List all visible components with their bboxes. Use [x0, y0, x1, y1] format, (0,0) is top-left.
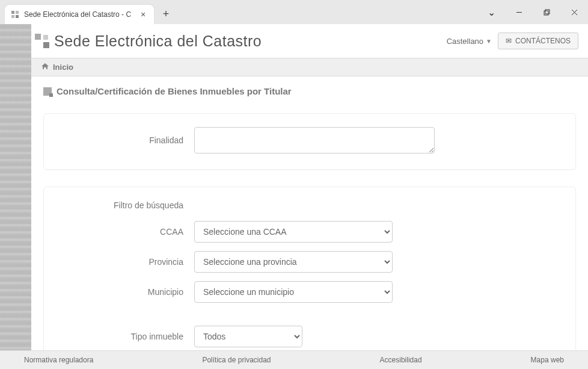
- page-title: Consulta/Certificación de Bienes Inmuebl…: [57, 86, 292, 96]
- window-controls: ⌄: [477, 0, 588, 24]
- provincia-label: Provincia: [56, 257, 194, 267]
- footer-link-privacidad[interactable]: Política de privacidad: [202, 356, 271, 364]
- browser-chrome: Sede Electrónica del Catastro - C × + ⌄: [0, 0, 588, 24]
- left-sidebar-image: [0, 24, 31, 350]
- new-tab-button[interactable]: +: [158, 5, 174, 22]
- finalidad-label: Finalidad: [56, 135, 194, 145]
- header-right: Castellano ▼ ✉ CONTÁCTENOS: [447, 33, 578, 49]
- ccaa-row: CCAA Seleccione una CCAA: [56, 221, 563, 243]
- favicon-icon: [11, 10, 19, 19]
- close-window-button[interactable]: [560, 0, 588, 24]
- svg-rect-0: [11, 11, 14, 14]
- breadcrumb-home[interactable]: Inicio: [53, 63, 73, 72]
- page: Sede Electrónica del Catastro Castellano…: [0, 24, 588, 350]
- site-header: Sede Electrónica del Catastro Castellano…: [31, 24, 588, 58]
- page-body: Consulta/Certificación de Bienes Inmuebl…: [31, 76, 588, 350]
- tipo-inmueble-label: Tipo inmueble: [56, 332, 194, 341]
- content: Sede Electrónica del Catastro Castellano…: [31, 24, 588, 350]
- provincia-select[interactable]: Seleccione una provincia: [194, 251, 393, 273]
- language-label: Castellano: [447, 37, 483, 46]
- maximize-button[interactable]: [533, 0, 560, 24]
- envelope-icon: ✉: [506, 37, 512, 45]
- tab-title: Sede Electrónica del Catastro - C: [24, 10, 133, 19]
- svg-rect-6: [545, 10, 550, 14]
- minimize-button[interactable]: [505, 0, 533, 24]
- browser-tab[interactable]: Sede Electrónica del Catastro - C ×: [5, 5, 154, 24]
- home-icon: [41, 62, 49, 72]
- finalidad-input[interactable]: [194, 127, 435, 153]
- caret-down-icon: ▼: [486, 38, 492, 45]
- filtro-section-label: Filtro de búsqueda: [56, 200, 194, 210]
- breadcrumb: Inicio: [31, 58, 588, 76]
- municipio-select[interactable]: Seleccione un municipio: [194, 281, 393, 303]
- tipo-inmueble-select[interactable]: Todos: [194, 326, 302, 347]
- svg-rect-5: [544, 11, 548, 15]
- logo-group: Sede Electrónica del Catastro: [35, 33, 262, 50]
- footer: Normativa reguladora Política de privaci…: [0, 350, 588, 369]
- svg-rect-3: [16, 15, 19, 18]
- page-heading: Consulta/Certificación de Bienes Inmuebl…: [43, 86, 576, 96]
- filtro-panel: Filtro de búsqueda CCAA Seleccione una C…: [43, 187, 576, 350]
- chevron-down-icon[interactable]: ⌄: [477, 0, 505, 24]
- footer-link-accesibilidad[interactable]: Accesibilidad: [380, 356, 422, 364]
- footer-link-mapa[interactable]: Mapa web: [531, 356, 564, 364]
- site-title: Sede Electrónica del Catastro: [54, 33, 262, 50]
- contact-label: CONTÁCTENOS: [515, 37, 571, 45]
- municipio-row: Municipio Seleccione un municipio: [56, 281, 563, 303]
- svg-rect-1: [16, 11, 19, 14]
- contact-button[interactable]: ✉ CONTÁCTENOS: [498, 33, 578, 49]
- footer-link-normativa[interactable]: Normativa reguladora: [24, 356, 93, 364]
- logo-icon: [35, 34, 49, 48]
- finalidad-panel: Finalidad: [43, 113, 576, 170]
- tipo-inmueble-row: Tipo inmueble Todos: [56, 326, 563, 347]
- finalidad-row: Finalidad: [56, 127, 563, 153]
- svg-rect-2: [11, 15, 14, 18]
- page-heading-icon: [43, 87, 52, 96]
- ccaa-label: CCAA: [56, 227, 194, 237]
- close-icon[interactable]: ×: [138, 10, 148, 19]
- language-select[interactable]: Castellano ▼: [447, 37, 492, 46]
- provincia-row: Provincia Seleccione una provincia: [56, 251, 563, 273]
- ccaa-select[interactable]: Seleccione una CCAA: [194, 221, 393, 243]
- municipio-label: Municipio: [56, 287, 194, 297]
